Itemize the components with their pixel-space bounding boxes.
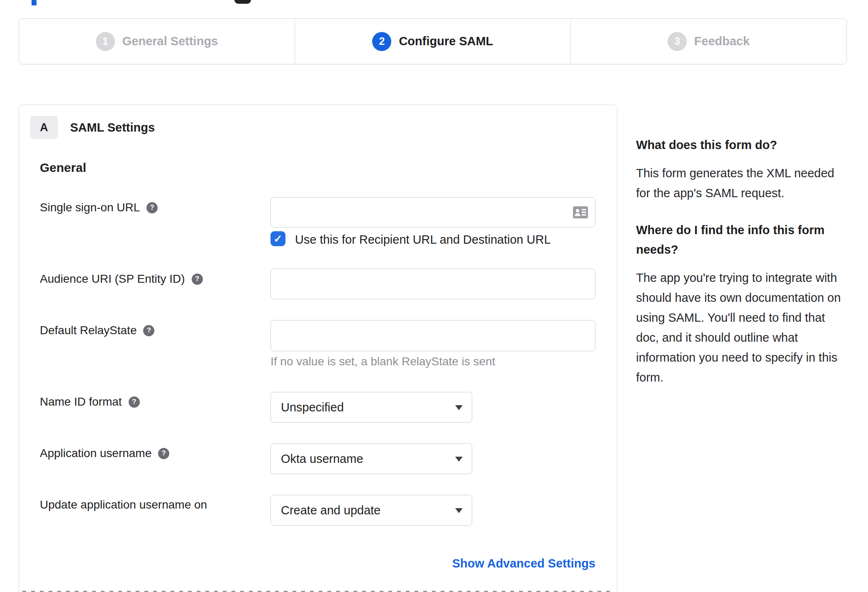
step-2-label: Configure SAML bbox=[399, 34, 493, 48]
audience-uri-label-row: Audience URI (SP Entity ID) ? bbox=[40, 272, 203, 286]
relay-state-helper-text: If no value is set, a blank RelayState i… bbox=[271, 355, 495, 368]
audience-uri-input[interactable] bbox=[271, 269, 595, 299]
name-id-format-value: Unspecified bbox=[281, 401, 344, 414]
step-configure-saml[interactable]: 2 Configure SAML bbox=[295, 19, 571, 64]
sso-url-input-wrap bbox=[271, 197, 595, 228]
app-username-label: Application username bbox=[40, 447, 151, 460]
help-body-2: The app you're trying to integrate with … bbox=[636, 268, 848, 387]
step-2-number: 2 bbox=[372, 32, 391, 51]
update-username-label: Update application username on bbox=[40, 498, 207, 511]
chevron-down-icon bbox=[455, 457, 463, 462]
step-3-label: Feedback bbox=[694, 34, 750, 48]
name-id-format-select[interactable]: Unspecified bbox=[271, 392, 472, 423]
recipient-url-checkbox-label: Use this for Recipient URL and Destinati… bbox=[295, 233, 551, 247]
update-username-select[interactable]: Create and update bbox=[271, 495, 472, 526]
clipped-blue-element bbox=[32, 0, 37, 5]
sso-url-label: Single sign-on URL bbox=[40, 201, 140, 214]
general-group-title: General bbox=[40, 161, 86, 175]
help-sidebar: What does this form do? This form genera… bbox=[636, 135, 848, 405]
step-3-number: 3 bbox=[668, 32, 687, 51]
help-heading-1: What does this form do? bbox=[636, 135, 848, 155]
sso-url-input[interactable] bbox=[271, 197, 595, 228]
panel-header: A SAML Settings bbox=[30, 116, 155, 139]
chevron-down-icon bbox=[455, 508, 463, 513]
name-id-format-help-icon[interactable]: ? bbox=[129, 396, 140, 408]
help-heading-2: Where do I find the info this form needs… bbox=[636, 220, 848, 259]
contact-card-icon[interactable] bbox=[573, 206, 588, 218]
help-body-1: This form generates the XML needed for t… bbox=[636, 163, 848, 203]
section-a-badge: A bbox=[30, 116, 58, 139]
step-feedback[interactable]: 3 Feedback bbox=[571, 19, 846, 64]
relay-state-help-icon[interactable]: ? bbox=[143, 325, 154, 336]
relay-state-label-row: Default RelayState ? bbox=[40, 323, 154, 338]
relay-state-input[interactable] bbox=[271, 320, 595, 351]
update-username-label-row: Update application username on bbox=[40, 498, 207, 512]
sso-url-label-row: Single sign-on URL ? bbox=[40, 201, 158, 215]
step-general-settings[interactable]: 1 General Settings bbox=[19, 19, 295, 64]
app-username-select[interactable]: Okta username bbox=[271, 443, 472, 474]
name-id-format-label-row: Name ID format ? bbox=[40, 395, 140, 409]
wizard-stepper: 1 General Settings 2 Configure SAML 3 Fe… bbox=[19, 18, 847, 64]
audience-uri-label: Audience URI (SP Entity ID) bbox=[40, 272, 185, 286]
app-username-value: Okta username bbox=[281, 452, 363, 466]
step-1-number: 1 bbox=[96, 32, 115, 51]
recipient-url-checkbox[interactable]: ✓ bbox=[271, 231, 285, 246]
update-username-value: Create and update bbox=[281, 504, 380, 517]
audience-uri-help-icon[interactable]: ? bbox=[192, 274, 203, 285]
show-advanced-settings-link[interactable]: Show Advanced Settings bbox=[452, 557, 595, 570]
chevron-down-icon bbox=[455, 405, 463, 410]
app-username-help-icon[interactable]: ? bbox=[158, 448, 169, 459]
relay-state-label: Default RelayState bbox=[40, 324, 137, 337]
step-1-label: General Settings bbox=[122, 34, 218, 48]
clipped-dark-element bbox=[234, 0, 251, 4]
saml-settings-panel: A SAML Settings General Single sign-on U… bbox=[19, 105, 617, 592]
section-title: SAML Settings bbox=[70, 121, 155, 135]
app-username-label-row: Application username ? bbox=[40, 446, 169, 460]
name-id-format-label: Name ID format bbox=[40, 395, 122, 409]
sso-url-help-icon[interactable]: ? bbox=[146, 202, 158, 213]
